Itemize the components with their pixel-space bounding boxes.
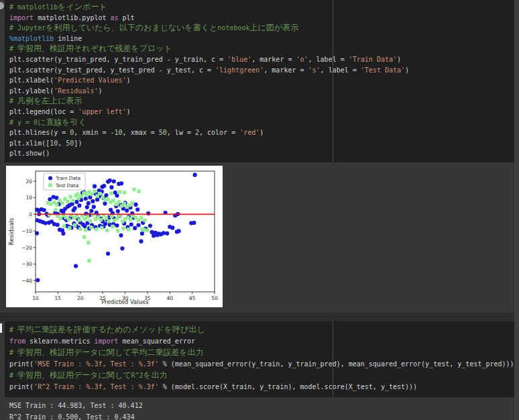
test-point xyxy=(100,226,103,229)
code-token-plain: , marker = xyxy=(264,66,308,74)
code-line[interactable]: # 学習用、検証用データに関して平均二乗誤差を出力 xyxy=(9,347,514,358)
code-token-str: 'Residuals' xyxy=(54,87,98,95)
y-tick-label: −40 xyxy=(21,278,32,284)
y-axis-label: Residuals xyxy=(8,217,15,245)
code-token-plain: print( xyxy=(9,383,34,390)
cjk-text: 学習用、検証用データに関して xyxy=(17,370,131,380)
test-point xyxy=(71,199,74,203)
train-point xyxy=(140,231,144,235)
train-point xyxy=(44,221,48,225)
train-point xyxy=(133,203,137,207)
x-tick-label: 40 xyxy=(166,295,173,301)
test-point xyxy=(86,241,90,244)
code-token-str: 'lightgreen' xyxy=(215,66,264,74)
test-point xyxy=(121,227,125,230)
code-token-num: 50 xyxy=(159,129,167,136)
code-line[interactable]: plt.xlim([10, 50]) xyxy=(9,138,514,149)
test-point xyxy=(105,229,109,232)
train-point xyxy=(193,173,197,177)
code-line[interactable]: # y = 0に直線を引く xyxy=(9,117,514,128)
code-line[interactable]: print('MSE Train : %.3f, Test : %.3f' % … xyxy=(9,358,514,370)
code-cell-1[interactable]: # matplotlibをインポートimport matplotlib.pypl… xyxy=(5,0,519,162)
code-line[interactable]: from sklearn.metrics import mean_squared… xyxy=(9,335,514,347)
test-point xyxy=(98,192,101,195)
code-line[interactable]: plt.show() xyxy=(9,148,514,159)
code-line[interactable]: # matplotlibをインポート xyxy=(9,2,514,13)
code-line[interactable]: plt.ylabel('Residuals') xyxy=(9,86,514,97)
train-point xyxy=(119,181,123,185)
test-point xyxy=(55,203,58,207)
train-point xyxy=(115,223,119,227)
cell-run-indicator[interactable] xyxy=(0,2,4,9)
code-token-num: -10 xyxy=(111,129,123,136)
code-token-str: 's' xyxy=(308,66,321,74)
y-tick-label: −10 xyxy=(21,228,32,234)
scrollbar-track[interactable] xyxy=(514,0,519,420)
code-line[interactable]: import matplotlib.pyplot as plt xyxy=(9,13,514,23)
test-point xyxy=(117,200,121,203)
cjk-text: 平均二乗誤差を評価するためのメソッドを呼び出し xyxy=(17,325,205,334)
code-token-comment: # Jupyterを利用していたら、以下のおまじないを書くとnotebook上に… xyxy=(9,24,298,32)
code-line[interactable]: # 凡例を左上に表示 xyxy=(9,96,514,107)
code-editor-1[interactable]: # matplotlibをインポートimport matplotlib.pypl… xyxy=(9,2,514,159)
code-token-str: 'Train Data' xyxy=(349,56,397,63)
code-line[interactable]: plt.legend(loc = 'upper left') xyxy=(9,107,514,117)
code-line[interactable]: print('R^2 Train : %.3f, Test : %.3f' % … xyxy=(9,381,514,392)
code-token-num: 10 xyxy=(50,140,58,147)
code-token-plain: ) xyxy=(127,76,131,84)
cell-divider xyxy=(0,313,519,321)
code-line[interactable]: # 学習用、検証用それぞれで残差をプロット xyxy=(9,44,514,54)
code-token-plain: ]) xyxy=(74,140,82,147)
train-point xyxy=(77,203,81,207)
x-tick-label: 45 xyxy=(189,295,196,301)
train-point xyxy=(92,205,96,209)
code-token-plain: mean_squared_error xyxy=(119,337,195,345)
test-point xyxy=(139,216,143,219)
test-point xyxy=(62,224,66,227)
code-cell-2[interactable]: # 平均二乗誤差を評価するためのメソッドを呼び出しfrom sklearn.me… xyxy=(5,321,519,397)
code-line[interactable]: plt.scatter(y_train_pred, y_train_pred -… xyxy=(9,54,514,65)
train-point xyxy=(192,221,196,225)
train-point xyxy=(150,230,154,234)
train-point xyxy=(56,223,60,227)
code-line[interactable]: # Jupyterを利用していたら、以下のおまじないを書くとnotebook上に… xyxy=(9,23,514,34)
test-point xyxy=(78,218,81,221)
train-point xyxy=(148,223,152,227)
code-token-plain: sklearn.metrics xyxy=(25,337,94,345)
test-point xyxy=(54,208,57,211)
code-token-plain: , marker = xyxy=(251,56,296,63)
cjk-text: 学習用、検証用それぞれで残差をプロット xyxy=(17,44,172,53)
code-editor-2[interactable]: # 平均二乗誤差を評価するためのメソッドを呼び出しfrom sklearn.me… xyxy=(9,324,514,392)
train-point xyxy=(119,233,123,238)
code-token-plain: ) xyxy=(127,108,131,115)
test-point xyxy=(131,201,134,205)
residuals-plot: 101520253035404550−40−30−20−1001020Predi… xyxy=(6,166,223,307)
code-token-comment: # 学習用、検証用それぞれで残差をプロット xyxy=(9,45,172,52)
test-point xyxy=(87,259,91,262)
train-point xyxy=(95,197,99,201)
test-point xyxy=(46,201,50,205)
code-line[interactable]: # 学習用、検証用データに関してR^2を出力 xyxy=(9,370,514,381)
code-line[interactable]: plt.hlines(y = 0, xmin = -10, xmax = 50,… xyxy=(9,127,514,138)
legend-test-label: Test Data xyxy=(55,182,78,189)
code-line[interactable]: plt.scatter(y_test_pred, y_test_pred - y… xyxy=(9,65,514,76)
train-point xyxy=(133,226,137,230)
train-point xyxy=(74,264,78,268)
test-point xyxy=(116,229,119,232)
test-point xyxy=(66,200,69,203)
code-line[interactable]: %matplotlib inline xyxy=(9,34,514,44)
train-point xyxy=(104,193,108,197)
test-point xyxy=(75,215,78,218)
output-line-r2: R^2 Train : 0.500, Test : 0.434 xyxy=(9,411,143,420)
test-point xyxy=(60,201,64,205)
train-point xyxy=(170,225,174,229)
train-point xyxy=(74,200,78,204)
code-line[interactable]: # 平均二乗誤差を評価するためのメソッドを呼び出し xyxy=(9,324,514,335)
train-point xyxy=(42,208,46,212)
train-point xyxy=(108,178,112,182)
code-line[interactable]: plt.xlabel('Predicted Values') xyxy=(9,75,514,86)
x-tick-label: 15 xyxy=(55,295,62,301)
train-point xyxy=(112,179,116,183)
train-point xyxy=(48,197,52,201)
train-point xyxy=(61,231,65,235)
